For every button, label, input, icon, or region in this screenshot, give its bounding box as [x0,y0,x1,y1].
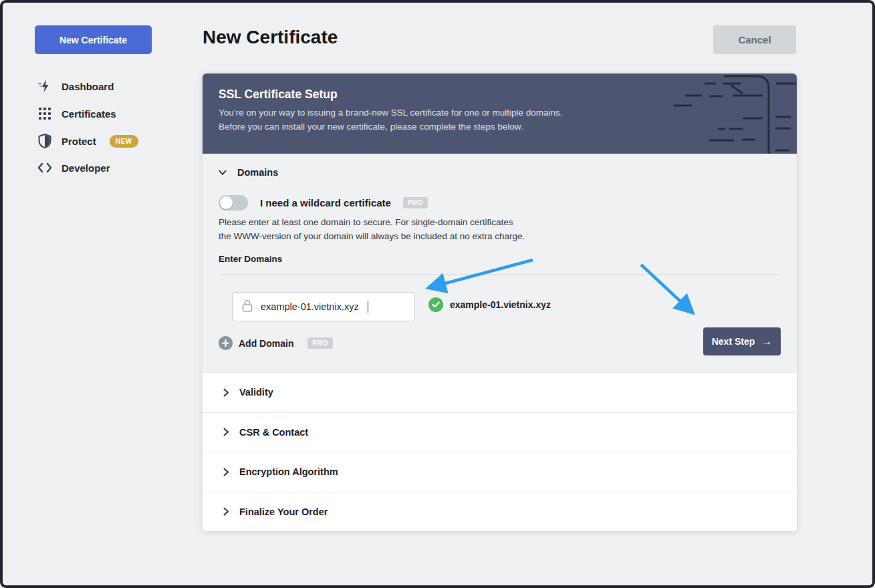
sidebar-item-protect[interactable]: Protect NEW [37,132,138,150]
accordion-row-label: Finalize Your Order [239,506,328,517]
right-arrow-icon: → [761,335,772,347]
ssl-setup-panel: SSL Certificate Setup You’re on your way… [203,74,797,154]
accordion-row-label: CSR & Contact [239,427,308,438]
accordion-row-finalize-order[interactable]: Finalize Your Order [203,492,797,532]
app-window: New Certificate Dashboard Certificates [0,0,875,588]
plus-icon [219,336,233,350]
chevron-right-icon [222,507,230,516]
divider [219,274,780,275]
accordion-row-encryption-algorithm[interactable]: Encryption Algorithm [203,452,797,492]
domain-input[interactable]: example-01.vietnix.xyz [232,292,415,321]
domains-accordion-header[interactable]: Domains [219,167,278,178]
accordion-row-validity[interactable]: Validity [203,372,797,412]
domains-section: Domains I need a wildcard certificate PR… [203,154,797,372]
validated-domain-row: example-01.vietnix.xyz [428,297,551,312]
wildcard-toggle-row: I need a wildcard certificate PRO [219,195,428,210]
certificates-grid-icon [37,106,52,121]
dashboard-bolt-icon [37,79,52,94]
accordion-row-label: Encryption Algorithm [239,466,338,477]
sidebar-item-developer[interactable]: Developer [37,159,110,176]
pro-badge: PRO [307,337,332,349]
chevron-right-icon [222,388,230,397]
lock-icon [242,299,253,315]
certificate-setup-card: SSL Certificate Setup You’re on your way… [203,74,797,531]
next-step-label: Next Step [712,336,755,347]
sidebar-item-label: Developer [61,162,110,174]
certificate-decoration [655,74,797,154]
sidebar-item-dashboard[interactable]: Dashboard [37,78,114,95]
code-brackets-icon [37,160,52,175]
pro-badge: PRO [403,197,428,208]
sidebar-item-label: Dashboard [61,81,114,92]
ssl-setup-title: SSL Certificate Setup [219,88,338,102]
add-domain-button[interactable]: Add Domain PRO [219,336,333,350]
text-cursor [368,301,369,313]
wildcard-toggle[interactable] [219,195,248,210]
enter-domains-label: Enter Domains [219,254,282,264]
page-title: New Certificate [203,27,338,48]
domains-section-label: Domains [237,167,278,178]
new-certificate-button[interactable]: New Certificate [35,25,152,54]
wildcard-toggle-label: I need a wildcard certificate [260,197,391,208]
chevron-down-icon [219,170,227,176]
validated-domain-text: example-01.vietnix.xyz [450,299,551,310]
check-circle-icon [428,297,443,312]
domains-helper-text: Please enter at least one domain to secu… [219,215,525,243]
cancel-button[interactable]: Cancel [713,25,796,54]
new-badge: NEW [110,135,138,148]
accordion-list: Validity CSR & Contact Encryption Algori… [203,372,797,531]
domain-input-value: example-01.vietnix.xyz [261,301,359,312]
sidebar-item-label: Certificates [61,108,116,120]
ssl-setup-description: You’re on your way to issuing a brand-ne… [219,106,563,134]
toggle-knob [220,196,233,209]
next-step-button[interactable]: Next Step → [703,327,781,355]
sidebar-item-label: Protect [61,136,96,147]
chevron-right-icon [222,428,230,436]
sidebar-item-certificates[interactable]: Certificates [37,105,116,122]
accordion-row-label: Validity [239,387,273,398]
shield-icon [37,134,52,148]
add-domain-label: Add Domain [239,338,293,349]
accordion-row-csr-contact[interactable]: CSR & Contact [203,412,797,452]
chevron-right-icon [222,468,230,476]
